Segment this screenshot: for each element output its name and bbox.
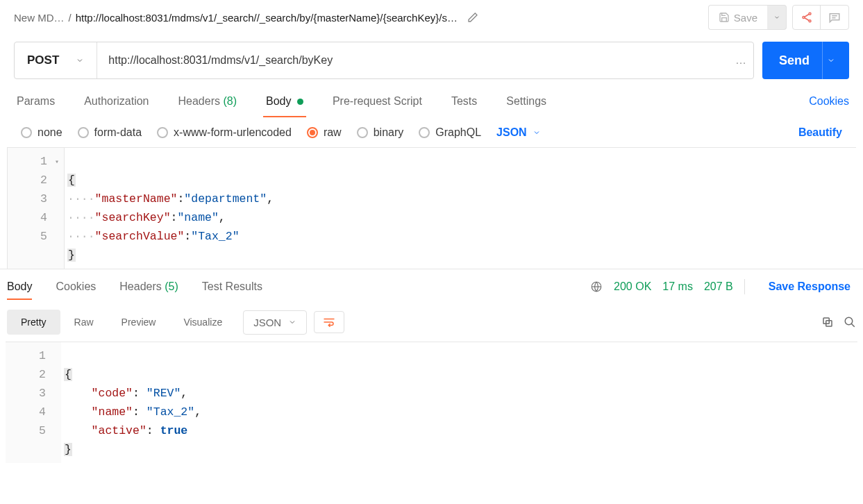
radio-icon bbox=[307, 127, 318, 138]
response-format-select[interactable]: JSON bbox=[243, 310, 307, 335]
editor-code[interactable]: { ····"masterName":"department", ····"se… bbox=[65, 148, 274, 269]
body-type-graphql[interactable]: GraphQL bbox=[419, 126, 481, 139]
share-icon[interactable] bbox=[793, 6, 821, 29]
body-type-none[interactable]: none bbox=[21, 126, 62, 139]
breadcrumb: New MD… / http://localhost:8031/mdms/v1/… bbox=[14, 6, 708, 28]
line-wrap-toggle[interactable] bbox=[314, 311, 344, 333]
response-body-editor[interactable]: 1 2 3 4 5 { "code": "REV", "name": "Tax_… bbox=[6, 342, 857, 463]
svg-point-1 bbox=[803, 17, 805, 19]
svg-point-0 bbox=[809, 12, 811, 15]
svg-line-13 bbox=[851, 324, 855, 327]
response-tab-test-results[interactable]: Test Results bbox=[202, 275, 269, 299]
send-button[interactable]: Send bbox=[762, 42, 849, 79]
status-size: 207 B bbox=[704, 280, 733, 293]
radio-icon bbox=[157, 127, 168, 138]
save-button[interactable]: Save bbox=[708, 5, 767, 30]
copy-response-icon[interactable] bbox=[821, 316, 834, 328]
method-select[interactable]: POST bbox=[15, 42, 97, 78]
tab-authorization[interactable]: Authorization bbox=[81, 90, 151, 113]
request-body-editor[interactable]: 1 2 3 4 5 ▾ { ····"masterName":"departme… bbox=[7, 147, 856, 269]
chevron-down-icon bbox=[533, 128, 541, 137]
breadcrumb-collection[interactable]: New MD… bbox=[14, 12, 65, 24]
radio-icon bbox=[21, 127, 32, 138]
response-view-visualize[interactable]: Visualize bbox=[169, 310, 236, 335]
breadcrumb-separator: / bbox=[69, 12, 72, 24]
radio-icon bbox=[357, 127, 368, 138]
svg-line-3 bbox=[805, 15, 809, 17]
body-type-raw[interactable]: raw bbox=[307, 126, 342, 139]
chevron-down-icon bbox=[288, 318, 296, 326]
body-type-row: none form-data x-www-form-urlencoded raw… bbox=[0, 117, 863, 147]
tab-headers[interactable]: Headers (8) bbox=[176, 90, 240, 113]
status-code: 200 bbox=[614, 280, 632, 292]
url-ellipsis: … bbox=[735, 54, 753, 67]
method-label: POST bbox=[27, 53, 59, 67]
globe-icon[interactable] bbox=[590, 280, 603, 293]
headers-count-badge: (8) bbox=[223, 95, 237, 107]
response-tab-headers[interactable]: Headers (5) bbox=[119, 275, 185, 299]
tab-settings[interactable]: Settings bbox=[503, 90, 549, 113]
tab-tests[interactable]: Tests bbox=[449, 90, 480, 113]
radio-icon bbox=[78, 127, 89, 138]
status-time: 17 ms bbox=[662, 280, 693, 293]
editor-code[interactable]: { "code": "REV", "name": "Tax_2", "activ… bbox=[61, 342, 201, 463]
svg-point-12 bbox=[845, 317, 853, 325]
chevron-down-icon bbox=[76, 56, 84, 65]
tab-body[interactable]: Body bbox=[263, 90, 306, 113]
editor-gutter: 1 2 3 4 5 ▾ bbox=[8, 148, 65, 269]
url-input[interactable] bbox=[97, 42, 735, 78]
response-tab-cookies[interactable]: Cookies bbox=[56, 275, 103, 299]
status-text: OK bbox=[635, 280, 651, 292]
tab-prerequest[interactable]: Pre-request Script bbox=[330, 90, 425, 113]
save-dropdown[interactable] bbox=[767, 5, 787, 30]
save-label: Save bbox=[734, 12, 757, 24]
response-toolbar: Pretty Raw Preview Visualize JSON bbox=[0, 303, 863, 342]
body-format-select[interactable]: JSON bbox=[496, 126, 541, 139]
url-box: POST … bbox=[14, 42, 754, 79]
response-view-pretty[interactable]: Pretty bbox=[7, 310, 60, 335]
response-view-raw[interactable]: Raw bbox=[60, 310, 108, 335]
response-view-preview[interactable]: Preview bbox=[108, 310, 170, 335]
response-tab-body[interactable]: Body bbox=[7, 275, 39, 299]
send-label: Send bbox=[779, 53, 810, 68]
response-headers-count: (5) bbox=[165, 280, 178, 292]
rename-icon[interactable] bbox=[462, 6, 484, 28]
beautify-button[interactable]: Beautify bbox=[798, 126, 842, 139]
comments-icon[interactable] bbox=[821, 6, 848, 29]
body-dirty-indicator bbox=[297, 99, 303, 105]
save-response-button[interactable]: Save Response bbox=[769, 280, 851, 293]
body-type-urlencoded[interactable]: x-www-form-urlencoded bbox=[157, 126, 292, 139]
cookies-link[interactable]: Cookies bbox=[809, 95, 849, 108]
svg-point-2 bbox=[809, 20, 811, 22]
response-status: 200 OK 17 ms 207 B Save Response bbox=[590, 279, 856, 294]
body-type-binary[interactable]: binary bbox=[357, 126, 404, 139]
response-bar: Body Cookies Headers (5) Test Results 20… bbox=[0, 269, 863, 303]
search-response-icon[interactable] bbox=[844, 316, 856, 328]
share-box bbox=[792, 5, 849, 30]
fold-icon[interactable]: ▾ bbox=[53, 153, 61, 171]
send-dropdown[interactable] bbox=[823, 56, 839, 65]
header-actions: Save bbox=[708, 5, 849, 30]
tab-params[interactable]: Params bbox=[14, 90, 58, 113]
breadcrumb-request[interactable]: http://localhost:8031/mdms/v1/_search//_… bbox=[76, 12, 458, 24]
radio-icon bbox=[419, 127, 430, 138]
svg-line-4 bbox=[805, 18, 809, 21]
editor-gutter: 1 2 3 4 5 bbox=[6, 342, 61, 463]
request-tabs: Params Authorization Headers (8) Body Pr… bbox=[0, 86, 863, 117]
body-type-form-data[interactable]: form-data bbox=[78, 126, 142, 139]
